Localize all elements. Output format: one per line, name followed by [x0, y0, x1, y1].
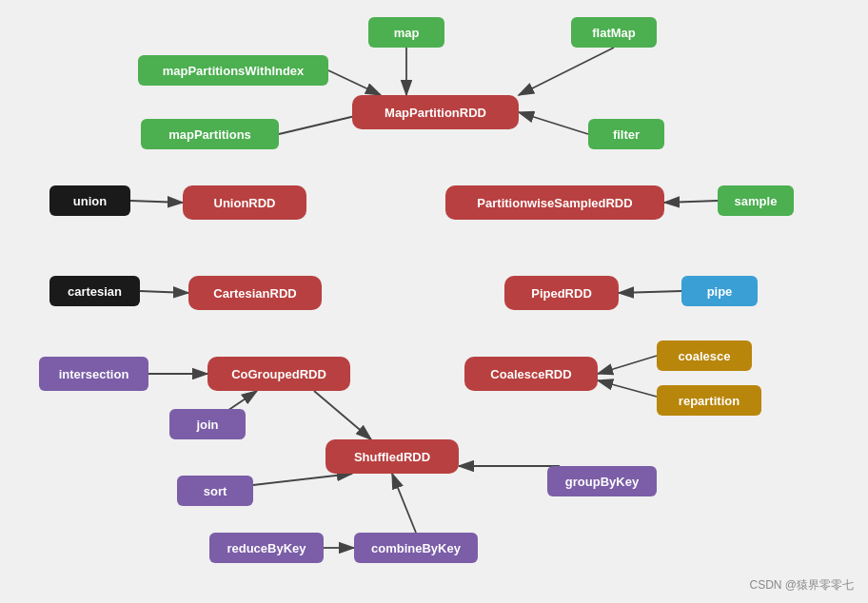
node-intersection: intersection [39, 357, 148, 391]
node-ShuffledRDD: ShuffledRDD [326, 439, 459, 474]
node-PipedRDD: PipedRDD [504, 276, 619, 310]
node-coalesce: coalesce [657, 340, 752, 371]
svg-line-14 [314, 391, 371, 439]
node-CoalesceRDD: CoalesceRDD [464, 357, 598, 391]
node-repartition: repartition [657, 385, 761, 416]
svg-line-2 [519, 48, 614, 95]
node-PartitionwiseSampledRDD: PartitionwiseSampledRDD [445, 185, 664, 220]
node-union: union [49, 185, 130, 216]
node-cartesian: cartesian [49, 276, 140, 306]
node-CoGroupedRDD: CoGroupedRDD [207, 357, 350, 391]
node-MapPartitionRDD: MapPartitionRDD [352, 95, 519, 129]
node-reduceByKey: reduceByKey [209, 533, 324, 563]
node-sort: sort [177, 476, 253, 506]
node-mapPartitionsWithIndex: mapPartitionsWithIndex [138, 55, 328, 86]
svg-line-7 [664, 201, 718, 203]
node-filter: filter [588, 119, 664, 149]
svg-line-3 [328, 70, 381, 95]
node-mapPartitions: mapPartitions [141, 119, 279, 149]
node-combineByKey: combineByKey [354, 533, 478, 563]
node-flatMap: flatMap [571, 17, 657, 48]
svg-line-5 [519, 112, 588, 134]
svg-line-15 [253, 474, 352, 485]
svg-line-9 [619, 291, 681, 293]
node-sample: sample [718, 185, 794, 216]
svg-line-13 [598, 380, 657, 397]
diagram: mapflatMapmapPartitionsWithIndexMapParti… [0, 0, 868, 603]
node-UnionRDD: UnionRDD [183, 185, 306, 220]
node-CartesianRDD: CartesianRDD [188, 276, 322, 310]
svg-line-8 [140, 291, 188, 293]
svg-line-18 [392, 474, 416, 533]
node-join: join [169, 409, 246, 439]
node-pipe: pipe [681, 276, 758, 306]
node-groupByKey: groupByKey [547, 466, 657, 496]
watermark: CSDN @猿界零零七 [749, 577, 854, 593]
node-map: map [368, 17, 444, 48]
svg-line-12 [598, 356, 657, 374]
svg-line-6 [130, 201, 183, 203]
